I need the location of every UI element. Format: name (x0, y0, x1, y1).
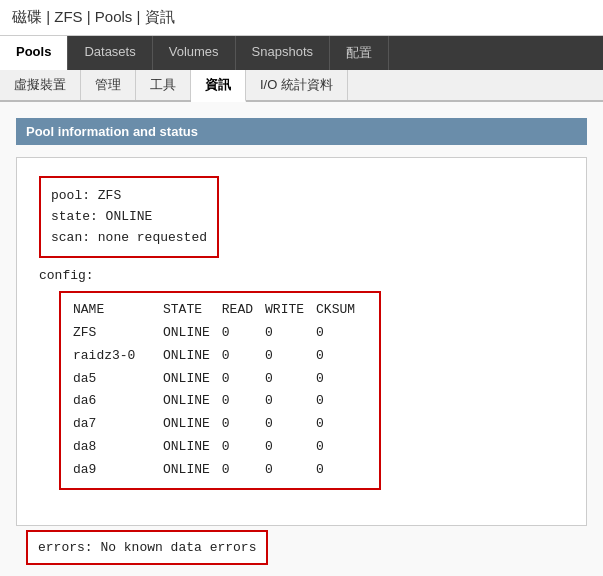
sub-nav: 虛擬裝置管理工具資訊I/O 統計資料 (0, 70, 603, 102)
cell-state: ONLINE (163, 345, 222, 368)
scan-line: scan: none requested (51, 228, 207, 249)
top-nav-tab-snapshots[interactable]: Snapshots (236, 36, 330, 70)
cell-write: 0 (265, 459, 316, 482)
cell-read: 0 (222, 368, 265, 391)
pool-table-box: NAME STATE READ WRITE CKSUM ZFSONLINE000… (59, 291, 381, 489)
cell-read: 0 (222, 345, 265, 368)
table-row: raidz3-0ONLINE000 (73, 345, 367, 368)
table-row: da8ONLINE000 (73, 436, 367, 459)
top-nav-tab-配置[interactable]: 配置 (330, 36, 389, 70)
cell-write: 0 (265, 345, 316, 368)
pool-status-box: pool: ZFS state: ONLINE scan: none reque… (39, 176, 219, 258)
cell-write: 0 (265, 413, 316, 436)
cell-cksum: 0 (316, 345, 367, 368)
cell-cksum: 0 (316, 390, 367, 413)
cell-state: ONLINE (163, 413, 222, 436)
config-label: config: (39, 266, 564, 287)
sub-nav-tab-資訊[interactable]: 資訊 (191, 70, 246, 102)
cell-cksum: 0 (316, 413, 367, 436)
sub-nav-tab-i/o統計資料[interactable]: I/O 統計資料 (246, 70, 348, 100)
cell-write: 0 (265, 322, 316, 345)
cell-read: 0 (222, 436, 265, 459)
cell-write: 0 (265, 436, 316, 459)
col-write: WRITE (265, 299, 316, 322)
cell-name: raidz3-0 (73, 345, 163, 368)
sub-nav-tab-工具[interactable]: 工具 (136, 70, 191, 100)
cell-read: 0 (222, 390, 265, 413)
cell-read: 0 (222, 459, 265, 482)
info-area: pool: ZFS state: ONLINE scan: none reque… (27, 168, 576, 515)
top-nav-tab-pools[interactable]: Pools (0, 36, 68, 70)
table-row: da7ONLINE000 (73, 413, 367, 436)
content-area: Pool information and status pool: ZFS st… (0, 102, 603, 576)
top-nav-tab-datasets[interactable]: Datasets (68, 36, 152, 70)
table-row: da6ONLINE000 (73, 390, 367, 413)
cell-state: ONLINE (163, 459, 222, 482)
cell-read: 0 (222, 322, 265, 345)
section-title: Pool information and status (16, 118, 587, 145)
cell-cksum: 0 (316, 322, 367, 345)
cell-cksum: 0 (316, 459, 367, 482)
cell-state: ONLINE (163, 368, 222, 391)
cell-name: da5 (73, 368, 163, 391)
sub-nav-tab-虛擬裝置[interactable]: 虛擬裝置 (0, 70, 81, 100)
col-state: STATE (163, 299, 222, 322)
cell-state: ONLINE (163, 322, 222, 345)
table-row: da5ONLINE000 (73, 368, 367, 391)
col-read: READ (222, 299, 265, 322)
cell-name: da7 (73, 413, 163, 436)
table-row: da9ONLINE000 (73, 459, 367, 482)
cell-cksum: 0 (316, 436, 367, 459)
cell-name: da6 (73, 390, 163, 413)
cell-state: ONLINE (163, 390, 222, 413)
top-nav-tab-volumes[interactable]: Volumes (153, 36, 236, 70)
pool-line: pool: ZFS (51, 186, 207, 207)
sub-nav-tab-管理[interactable]: 管理 (81, 70, 136, 100)
col-cksum: CKSUM (316, 299, 367, 322)
col-name: NAME (73, 299, 163, 322)
cell-write: 0 (265, 368, 316, 391)
pool-table: NAME STATE READ WRITE CKSUM ZFSONLINE000… (73, 299, 367, 481)
cell-write: 0 (265, 390, 316, 413)
pool-info-outer: pool: ZFS state: ONLINE scan: none reque… (16, 157, 587, 526)
cell-read: 0 (222, 413, 265, 436)
errors-box: errors: No known data errors (26, 530, 268, 565)
cell-name: ZFS (73, 322, 163, 345)
cell-name: da8 (73, 436, 163, 459)
top-nav: PoolsDatasetsVolumesSnapshots配置 (0, 36, 603, 70)
cell-state: ONLINE (163, 436, 222, 459)
state-line: state: ONLINE (51, 207, 207, 228)
table-row: ZFSONLINE000 (73, 322, 367, 345)
cell-cksum: 0 (316, 368, 367, 391)
table-header-row: NAME STATE READ WRITE CKSUM (73, 299, 367, 322)
breadcrumb: 磁碟 | ZFS | Pools | 資訊 (0, 0, 603, 36)
cell-name: da9 (73, 459, 163, 482)
